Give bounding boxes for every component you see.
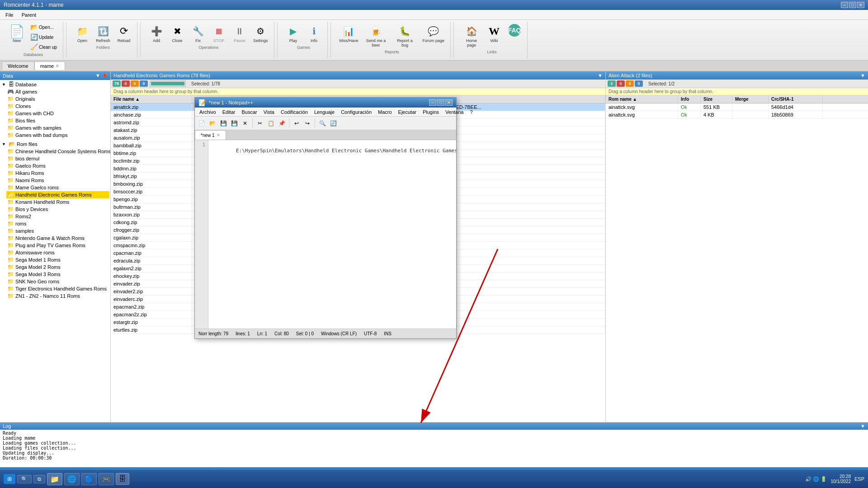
np-menu-macro[interactable]: Macro bbox=[375, 109, 395, 115]
tree-item-all-games[interactable]: 🎮 All games bbox=[6, 88, 109, 95]
tree-item-games-samples[interactable]: 📁 Games with samples bbox=[6, 124, 109, 131]
notepad-window-controls[interactable]: ─ □ ✕ bbox=[429, 99, 453, 106]
tree-expand-database[interactable]: ▼ bbox=[2, 82, 7, 87]
tree-item-gaelco[interactable]: 📁 Gaelco Roms bbox=[6, 162, 109, 169]
taskbar-romcenter[interactable]: 🗄 bbox=[116, 473, 129, 485]
log-content[interactable]: ReadyLoading mameLoading games collectio… bbox=[0, 430, 868, 467]
menu-parent[interactable]: Parent bbox=[18, 11, 40, 19]
tree-item-sega2[interactable]: 📁 Sega Model 2 Roms bbox=[6, 263, 109, 271]
np-menu-lenguaje[interactable]: Lenguaje bbox=[311, 109, 337, 115]
np-save-all-btn[interactable]: 💾 bbox=[229, 118, 239, 128]
tree-item-atomiswave[interactable]: 📁 Atomiswave roms bbox=[6, 249, 109, 256]
sidebar-expand-icon[interactable]: ▼ bbox=[95, 73, 100, 79]
np-cut-btn[interactable]: ✂ bbox=[255, 118, 265, 128]
home-button[interactable]: 🏠 Home page bbox=[460, 23, 483, 49]
open-button[interactable]: 📂 Open... bbox=[28, 23, 59, 32]
np-save-btn[interactable]: 💾 bbox=[218, 118, 228, 128]
tab-welcome[interactable]: Welcome bbox=[2, 61, 34, 70]
np-copy-btn[interactable]: 📋 bbox=[266, 118, 276, 128]
tree-item-nintendo-gw[interactable]: 📁 Nintendo Game & Watch Roms bbox=[6, 235, 109, 242]
taskbar-explorer[interactable]: 📁 bbox=[47, 473, 62, 485]
np-menu-configuracion[interactable]: Configuración bbox=[338, 109, 374, 115]
cleanup-button[interactable]: 🧹 Clean up bbox=[28, 42, 59, 52]
tree-item-hikaru[interactable]: 📁 Hikaru Roms bbox=[6, 169, 109, 177]
forum-button[interactable]: 💬 Forum page bbox=[420, 23, 447, 44]
tree-item-clones[interactable]: 📁 Clones bbox=[6, 103, 109, 110]
tree-item-games-bad-dumps[interactable]: 📁 Games with bad dumps bbox=[6, 131, 109, 139]
notepad-editor[interactable]: 1 E:\HyperSpin\Emulators\Handheld Electr… bbox=[195, 140, 456, 328]
reload-button[interactable]: ⟳ Reload bbox=[114, 23, 133, 44]
stop-button[interactable]: ⏹ STOP bbox=[209, 23, 228, 44]
faq-button[interactable]: FAQ bbox=[505, 23, 524, 38]
tree-item-snk[interactable]: 📁 SNK Neo Geo roms bbox=[6, 278, 109, 285]
tree-item-roms[interactable]: 📁 roms bbox=[6, 220, 109, 227]
close-db-button[interactable]: ✖ Close bbox=[168, 23, 187, 44]
np-menu-codificacion[interactable]: Codificación bbox=[278, 109, 311, 115]
tree-item-plug-play[interactable]: 📁 Plug and Play TV Games Roms bbox=[6, 242, 109, 249]
add-button[interactable]: ➕ Add bbox=[147, 23, 166, 44]
np-menu-archivo[interactable]: Archivo bbox=[197, 109, 219, 115]
taskbar-task-view[interactable]: ⧉ bbox=[33, 475, 45, 483]
pause-button[interactable]: ⏸ Pause bbox=[230, 23, 249, 44]
window-controls[interactable]: ─ □ ✕ bbox=[841, 2, 864, 8]
np-menu-vista[interactable]: Vista bbox=[261, 109, 277, 115]
close-button[interactable]: ✕ bbox=[857, 2, 864, 8]
sidebar-pin-icon[interactable]: 📌 bbox=[101, 73, 108, 79]
right-col-header-merge[interactable]: Merge bbox=[732, 95, 769, 103]
np-redo-btn[interactable]: ↪ bbox=[302, 118, 312, 128]
np-paste-btn[interactable]: 📌 bbox=[277, 118, 287, 128]
info-button[interactable]: ℹ Info bbox=[305, 23, 324, 44]
play-button[interactable]: ▶ Play bbox=[284, 23, 303, 44]
tree-item-mame-gaelco[interactable]: 📁 Mame Gaelco roms bbox=[6, 184, 109, 191]
np-menu-help[interactable]: ? bbox=[467, 109, 475, 115]
sidebar-item-database[interactable]: ▼ 🗄 Database bbox=[1, 81, 109, 88]
right-table-row[interactable]: ainattck.svg Ok 551 KB 5466d1d4 bbox=[606, 103, 868, 111]
minimize-button[interactable]: ─ bbox=[841, 2, 848, 8]
right-col-header-size[interactable]: Size bbox=[701, 95, 732, 103]
np-menu-editar[interactable]: Editar bbox=[220, 109, 238, 115]
tree-item-handheld-electronic[interactable]: 📁 Handheld Electronic Games Roms bbox=[6, 191, 109, 198]
taskbar-chrome[interactable]: 🔵 bbox=[81, 473, 97, 485]
tree-item-games-chd[interactable]: 📁 Games with CHD bbox=[6, 110, 109, 117]
notepad-maximize-button[interactable]: □ bbox=[437, 99, 444, 106]
taskbar-app1[interactable]: 🎮 bbox=[99, 473, 114, 485]
new-button[interactable]: 📄 New bbox=[7, 23, 26, 44]
tree-item-bios-demul[interactable]: 📁 bios demul bbox=[6, 155, 109, 162]
np-find-btn[interactable]: 🔍 bbox=[317, 118, 327, 128]
np-new-btn[interactable]: 📄 bbox=[197, 118, 207, 128]
tree-item-tiger[interactable]: 📁 Tiger Electronics Handheld Games Roms bbox=[6, 285, 109, 292]
fix-button[interactable]: 🔧 Fix bbox=[189, 23, 208, 44]
tree-item-bios[interactable]: 📁 Bios files bbox=[6, 117, 109, 124]
right-col-header-romname[interactable]: Rom name ▲ bbox=[606, 95, 678, 103]
tree-item-sega3[interactable]: 📁 Sega Model 3 Roms bbox=[6, 271, 109, 278]
send-beer-button[interactable]: 🍺 Send me a beer bbox=[363, 23, 390, 49]
tree-expand-rom-files[interactable]: ▼ bbox=[2, 142, 7, 146]
np-tab-new1[interactable]: *new 1 ✕ bbox=[195, 130, 226, 140]
np-open-btn[interactable]: 📂 bbox=[208, 118, 217, 128]
np-close-btn[interactable]: ✕ bbox=[240, 118, 250, 128]
tree-item-zn1[interactable]: 📁 ZN1 - ZN2 - Namco 11 Roms bbox=[6, 292, 109, 300]
miss-have-button[interactable]: 📊 Miss/Have bbox=[337, 23, 361, 44]
tree-item-naomi[interactable]: 📁 Naomi Roms bbox=[6, 177, 109, 184]
open-folder-button[interactable]: 📁 Open bbox=[73, 23, 92, 44]
tree-item-roms2[interactable]: 📁 Roms2 bbox=[6, 213, 109, 220]
start-button[interactable]: ⊞ bbox=[4, 474, 15, 484]
np-menu-ejecutar[interactable]: Ejecutar bbox=[396, 109, 419, 115]
right-panel-dropdown[interactable]: ▼ bbox=[860, 73, 865, 78]
maximize-button[interactable]: □ bbox=[849, 2, 856, 8]
tree-item-chinese-handheld[interactable]: 📁 Chinese Handheld Console Systems Roms bbox=[6, 148, 109, 155]
update-button[interactable]: 🔄 Update bbox=[28, 33, 59, 42]
taskbar-edge[interactable]: 🌐 bbox=[64, 473, 80, 485]
taskbar-search[interactable]: 🔍 bbox=[17, 475, 32, 483]
np-replace-btn[interactable]: 🔄 bbox=[328, 118, 338, 128]
refresh-button[interactable]: 🔃 Refresh bbox=[94, 23, 113, 44]
right-table-row[interactable]: ainattck.svg Ok 4 KB 18b50869 bbox=[606, 111, 868, 119]
tab-mame[interactable]: mame ✕ bbox=[34, 61, 66, 70]
notepad-content[interactable]: E:\HyperSpin\Emulators\Handheld Electron… bbox=[208, 140, 456, 328]
center-panel-dropdown[interactable]: ▼ bbox=[598, 73, 603, 78]
tree-item-bios-devices[interactable]: 📁 Bios y Devices bbox=[6, 206, 109, 213]
right-col-header-info[interactable]: Info bbox=[678, 95, 701, 103]
settings-button[interactable]: ⚙ Settings bbox=[251, 23, 270, 44]
tree-item-konami[interactable]: 📁 Konami Handheld Roms bbox=[6, 198, 109, 206]
np-menu-plugins[interactable]: Plugins bbox=[420, 109, 442, 115]
